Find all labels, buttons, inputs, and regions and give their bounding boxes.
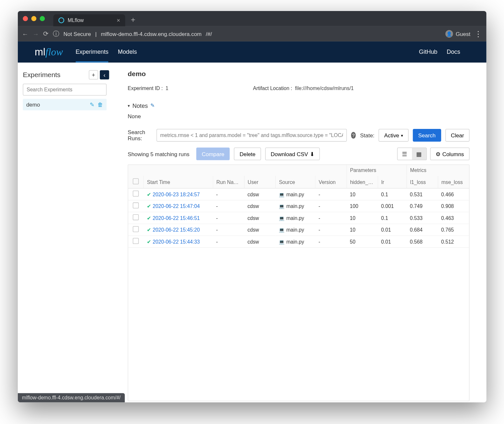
browser-menu-icon[interactable]: ⋮ xyxy=(475,29,482,39)
delete-experiment-icon[interactable]: 🗑 xyxy=(98,101,103,108)
avatar-icon: 👤 xyxy=(446,30,453,38)
url-host[interactable]: mlflow-demo.ffl-4.cdsw.eng.cloudera.com xyxy=(101,31,202,37)
mlflow-logo[interactable]: mlflow xyxy=(35,46,63,58)
columns-button[interactable]: ⚙ Columns xyxy=(430,147,470,160)
nav-experiments[interactable]: Experiments xyxy=(76,41,109,63)
caret-down-icon: ▾ xyxy=(128,103,130,108)
nav-forward-icon[interactable]: → xyxy=(32,30,39,37)
run-link[interactable]: 2020-06-22 15:44:33 xyxy=(153,239,200,245)
cell-user: cdsw xyxy=(244,188,275,200)
url-path[interactable]: /#/ xyxy=(206,31,212,37)
cell-version: - xyxy=(315,224,346,236)
browser-tab[interactable]: MLflow × xyxy=(53,14,125,26)
run-link[interactable]: 2020-06-22 15:46:51 xyxy=(153,215,200,221)
cell-hidden-dim: 10 xyxy=(346,188,378,200)
nav-models[interactable]: Models xyxy=(118,41,137,63)
col-l1-loss[interactable]: l1_loss xyxy=(406,176,438,188)
row-checkbox[interactable] xyxy=(133,226,139,232)
window-controls[interactable] xyxy=(23,16,45,21)
sidebar-item-demo[interactable]: demo ✎ 🗑 xyxy=(23,99,106,110)
cell-l1-loss: 0.533 xyxy=(406,212,438,224)
compare-button[interactable]: Compare xyxy=(196,147,230,160)
download-icon: ⬇ xyxy=(310,151,314,157)
col-version[interactable]: Version xyxy=(315,176,346,188)
clear-button[interactable]: Clear xyxy=(445,129,469,142)
maximize-window-icon[interactable] xyxy=(40,16,45,21)
cell-source: 💻main.py xyxy=(275,212,315,224)
col-group-metrics: Metrics xyxy=(406,165,469,176)
search-button[interactable]: Search xyxy=(413,129,441,142)
search-help-icon[interactable]: ? xyxy=(351,132,356,139)
run-link[interactable]: 2020-06-23 18:24:57 xyxy=(153,191,200,197)
browser-window: MLflow × ＋ ← → ⟳ ⓘ Not Secure | mlflow-d… xyxy=(18,11,486,402)
cell-run-name: - xyxy=(213,212,244,224)
col-user[interactable]: User xyxy=(244,176,275,188)
laptop-icon: 💻 xyxy=(279,227,285,232)
row-checkbox[interactable] xyxy=(133,191,139,197)
cell-l1-loss: 0.531 xyxy=(406,188,438,200)
app-nav: mlflow Experiments Models GitHub Docs xyxy=(18,41,486,63)
col-source[interactable]: Source xyxy=(275,176,315,188)
cell-hidden-dim: 100 xyxy=(346,200,378,212)
cell-lr: 0.01 xyxy=(378,224,406,236)
edit-experiment-icon[interactable]: ✎ xyxy=(90,101,94,108)
new-experiment-button[interactable]: + xyxy=(89,70,98,80)
status-ok-icon: ✔ xyxy=(147,215,151,221)
nav-github[interactable]: GitHub xyxy=(419,41,438,63)
row-checkbox[interactable] xyxy=(133,214,139,220)
cell-l1-loss: 0.684 xyxy=(406,224,438,236)
cell-hidden-dim: 10 xyxy=(346,224,378,236)
new-tab-button[interactable]: ＋ xyxy=(129,14,137,24)
cell-user: cdsw xyxy=(244,236,275,248)
close-window-icon[interactable] xyxy=(23,16,28,21)
cell-version: - xyxy=(315,212,346,224)
download-csv-button[interactable]: Download CSV ⬇ xyxy=(265,147,320,160)
cell-mse-loss: 0.466 xyxy=(438,188,469,200)
cell-user: cdsw xyxy=(244,224,275,236)
nav-back-icon[interactable]: ← xyxy=(22,30,29,37)
col-hidden-dim[interactable]: hidden_dim xyxy=(346,176,378,188)
main-content: demo Experiment ID : 1 Artifact Location… xyxy=(111,63,486,402)
col-lr[interactable]: lr xyxy=(378,176,406,188)
cell-user: cdsw xyxy=(244,200,275,212)
sidebar-item-label: demo xyxy=(26,101,40,108)
matching-runs-label: Showing 5 matching runs xyxy=(128,151,190,157)
search-runs-input[interactable] xyxy=(156,129,346,142)
list-view-button[interactable]: ☰ xyxy=(397,148,412,160)
experiment-id-label: Experiment ID : xyxy=(128,86,163,91)
collapse-sidebar-button[interactable]: ‹ xyxy=(100,70,109,80)
status-ok-icon: ✔ xyxy=(147,203,151,209)
cell-mse-loss: 0.463 xyxy=(438,212,469,224)
run-link[interactable]: 2020-06-22 15:45:20 xyxy=(153,227,200,233)
cell-run-name: - xyxy=(213,188,244,200)
notes-toggle[interactable]: ▾ Notes ✎ xyxy=(128,102,469,109)
state-dropdown[interactable]: Active▾ xyxy=(379,129,408,142)
state-label: State: xyxy=(360,132,374,139)
cell-user: cdsw xyxy=(244,212,275,224)
row-checkbox[interactable] xyxy=(133,202,139,208)
row-checkbox[interactable] xyxy=(133,238,139,244)
tab-favicon xyxy=(58,17,64,23)
delete-button[interactable]: Delete xyxy=(234,147,261,160)
site-info-icon[interactable]: ⓘ xyxy=(53,30,59,38)
run-link[interactable]: 2020-06-22 15:47:04 xyxy=(153,203,200,209)
cell-version: - xyxy=(315,200,346,212)
laptop-icon: 💻 xyxy=(279,192,285,197)
profile-button[interactable]: 👤 Guest xyxy=(446,30,471,38)
status-ok-icon: ✔ xyxy=(147,239,151,245)
sidebar: Experiments + ‹ demo ✎ 🗑 xyxy=(18,63,111,402)
grid-view-button[interactable]: ▦ xyxy=(412,148,426,160)
col-mse-loss[interactable]: mse_loss xyxy=(438,176,469,188)
edit-notes-icon[interactable]: ✎ xyxy=(150,103,155,109)
reload-icon[interactable]: ⟳ xyxy=(43,30,49,38)
search-experiments-input[interactable] xyxy=(23,84,106,96)
col-run-name[interactable]: Run Name xyxy=(213,176,244,188)
minimize-window-icon[interactable] xyxy=(31,16,37,21)
col-start-time[interactable]: Start Time xyxy=(143,176,213,188)
nav-docs[interactable]: Docs xyxy=(447,41,460,63)
cell-source: 💻main.py xyxy=(275,188,315,200)
laptop-icon: 💻 xyxy=(279,215,285,221)
cell-l1-loss: 0.749 xyxy=(406,200,438,212)
select-all-checkbox[interactable] xyxy=(133,178,138,184)
close-tab-icon[interactable]: × xyxy=(117,17,120,24)
